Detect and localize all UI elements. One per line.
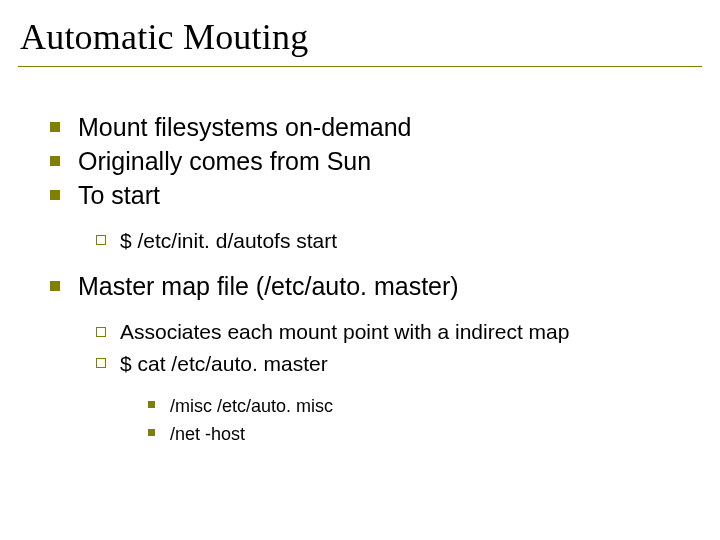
list-item: Mount filesystems on-demand [50, 111, 702, 143]
list-item: Associates each mount point with a indir… [96, 318, 702, 345]
slide: Automatic Mouting Mount filesystems on-d… [0, 0, 720, 540]
list-item: $ cat /etc/auto. master [96, 350, 702, 377]
list-item: Master map file (/etc/auto. master) [50, 270, 702, 302]
bullet-list-level2: Associates each mount point with a indir… [96, 318, 702, 377]
bullet-list-level1: Mount filesystems on-demand Originally c… [50, 111, 702, 211]
bullet-list-level3: /misc /etc/auto. misc /net -host [148, 393, 702, 447]
bullet-list-level2: $ /etc/init. d/autofs start [96, 227, 702, 254]
list-item: Originally comes from Sun [50, 145, 702, 177]
list-item: /net -host [148, 421, 702, 447]
list-item: $ /etc/init. d/autofs start [96, 227, 702, 254]
slide-title: Automatic Mouting [18, 10, 702, 67]
list-item: /misc /etc/auto. misc [148, 393, 702, 419]
list-item: To start [50, 179, 702, 211]
bullet-list-level1: Master map file (/etc/auto. master) [50, 270, 702, 302]
